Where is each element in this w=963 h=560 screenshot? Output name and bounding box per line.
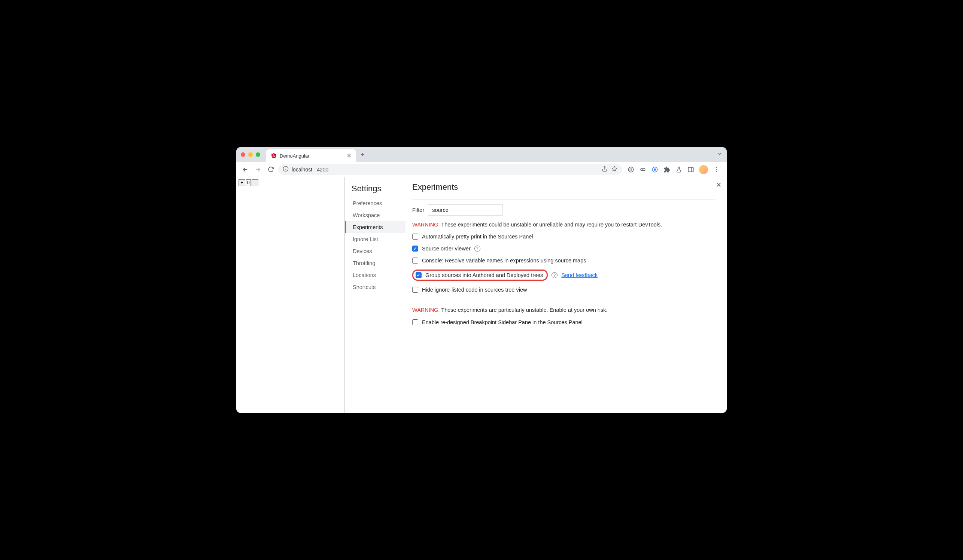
settings-sidebar: Settings Preferences Workspace Experimen… [345, 177, 405, 413]
sidebar-item-throttling[interactable]: Throttling [345, 257, 405, 269]
experiment-checkbox[interactable] [412, 233, 418, 240]
url-host: localhost [292, 167, 312, 173]
new-tab-button[interactable]: + [361, 151, 365, 159]
experiment-row: Source order viewer ? [412, 246, 715, 252]
extension-icons [624, 165, 723, 174]
tab-title: DemoAngular [280, 153, 310, 159]
warning-text-1: WARNING: These experiments could be unst… [412, 221, 715, 228]
svg-point-18 [716, 171, 717, 172]
settings-title: Settings [345, 182, 405, 197]
experiment-row: Hide ignore-listed code in sources tree … [412, 287, 715, 293]
forward-button[interactable] [253, 164, 263, 175]
site-info-icon[interactable] [283, 166, 289, 173]
angular-icon [271, 153, 277, 159]
experiment-label: Group sources into Authored and Deployed… [425, 272, 543, 278]
content-area: + 0 - ✕ Settings Preferences Workspace E… [236, 177, 727, 413]
increment-button[interactable]: + [238, 179, 245, 186]
minimize-window-button[interactable] [248, 152, 253, 157]
svg-rect-14 [688, 167, 694, 172]
profile-avatar[interactable] [699, 165, 708, 174]
svg-point-17 [716, 169, 717, 170]
kebab-menu-icon[interactable] [713, 166, 720, 173]
extension-icon-3[interactable] [651, 166, 658, 173]
close-settings-icon[interactable]: ✕ [716, 181, 721, 189]
share-icon[interactable] [602, 166, 608, 173]
titlebar: DemoAngular ✕ + [236, 147, 727, 162]
svg-marker-6 [612, 166, 617, 171]
experiment-checkbox[interactable] [416, 272, 422, 278]
highlight-annotation: Group sources into Authored and Deployed… [412, 270, 548, 281]
back-button[interactable] [240, 164, 250, 175]
reload-button[interactable] [266, 164, 276, 175]
sidebar-item-shortcuts[interactable]: Shortcuts [345, 281, 405, 293]
bookmark-icon[interactable] [611, 166, 618, 173]
devtools-panel: ✕ Settings Preferences Workspace Experim… [345, 177, 727, 413]
maximize-window-button[interactable] [256, 152, 260, 157]
warning-label: WARNING: [412, 307, 440, 313]
experiment-label: Enable re-designed Breakpoint Sidebar Pa… [422, 319, 583, 325]
svg-point-7 [628, 167, 634, 172]
svg-point-8 [630, 168, 631, 169]
window-controls [241, 152, 260, 157]
experiments-title: Experiments [412, 182, 715, 192]
sidebar-item-workspace[interactable]: Workspace [345, 209, 405, 221]
sidebar-item-experiments[interactable]: Experiments [345, 221, 405, 233]
svg-point-16 [716, 167, 717, 168]
experiment-label: Source order viewer [422, 246, 471, 252]
experiment-label: Automatically pretty print in the Source… [422, 233, 533, 240]
browser-toolbar: localhost:4200 [236, 162, 727, 177]
experiment-checkbox[interactable] [412, 257, 418, 264]
counter-value: 0 [246, 179, 251, 186]
labs-flask-icon[interactable] [675, 166, 683, 173]
experiment-checkbox[interactable] [412, 319, 418, 325]
side-panel-icon[interactable] [687, 166, 694, 173]
experiment-checkbox[interactable] [412, 246, 418, 252]
browser-window: DemoAngular ✕ + localhost:4200 [236, 147, 727, 413]
experiment-row: Console: Resolve variable names in expre… [412, 257, 715, 264]
send-feedback-link[interactable]: Send feedback [561, 272, 598, 278]
filter-label: Filter [412, 207, 424, 213]
decrement-button[interactable]: - [251, 179, 258, 186]
close-window-button[interactable] [241, 152, 245, 157]
experiment-label: Console: Resolve variable names in expre… [422, 257, 586, 264]
settings-content: Experiments Filter WARNING: These experi… [405, 177, 727, 413]
sidebar-item-locations[interactable]: Locations [345, 269, 405, 281]
address-bar[interactable]: localhost:4200 [278, 164, 622, 175]
experiment-label: Hide ignore-listed code in sources tree … [422, 287, 527, 293]
svg-point-11 [643, 168, 645, 171]
tabs-dropdown-icon[interactable] [717, 151, 722, 158]
svg-point-9 [632, 168, 632, 169]
experiment-checkbox[interactable] [412, 287, 418, 293]
extension-icon-1[interactable] [627, 166, 635, 173]
url-port: :4200 [315, 167, 328, 173]
warning-label: WARNING: [412, 222, 440, 228]
sidebar-item-preferences[interactable]: Preferences [345, 197, 405, 209]
close-tab-icon[interactable]: ✕ [347, 152, 352, 159]
extension-icon-2[interactable] [639, 166, 647, 173]
warning-text-2: WARNING: These experiments are particula… [412, 306, 715, 314]
svg-point-10 [640, 168, 643, 171]
page-content: + 0 - [236, 177, 345, 413]
filter-input[interactable] [428, 204, 503, 215]
svg-point-13 [654, 168, 656, 170]
experiment-row: Automatically pretty print in the Source… [412, 233, 715, 240]
browser-tab[interactable]: DemoAngular ✕ [266, 149, 356, 162]
sidebar-item-ignore-list[interactable]: Ignore List [345, 233, 405, 245]
extensions-puzzle-icon[interactable] [663, 166, 671, 173]
experiment-row-highlighted: Group sources into Authored and Deployed… [412, 270, 715, 281]
help-icon[interactable]: ? [474, 246, 480, 252]
sidebar-item-devices[interactable]: Devices [345, 245, 405, 257]
experiment-row: Enable re-designed Breakpoint Sidebar Pa… [412, 319, 715, 325]
help-icon[interactable]: ? [551, 272, 558, 278]
